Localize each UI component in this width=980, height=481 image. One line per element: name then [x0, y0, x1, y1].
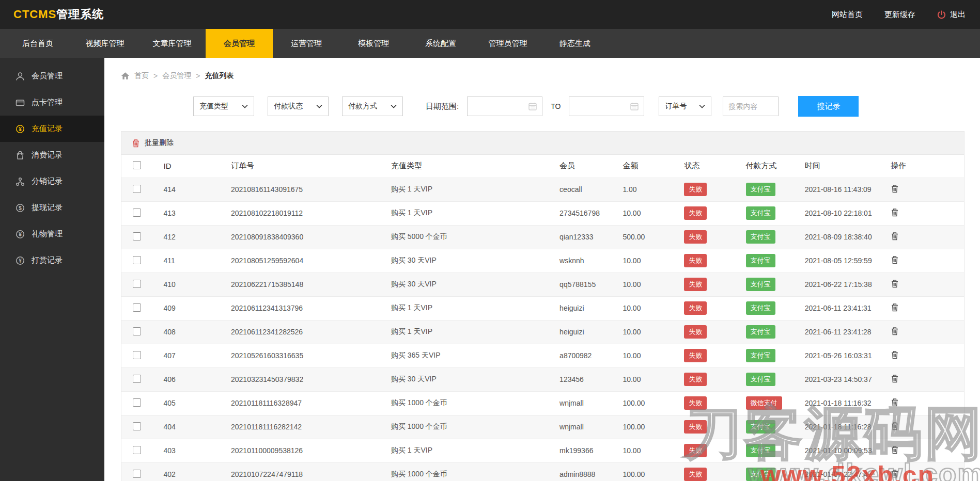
cell-status: 失败	[684, 439, 745, 462]
row-checkbox[interactable]	[133, 351, 141, 359]
cell-time: 2021-08-10 22:18:01	[805, 201, 891, 225]
topbar-link-logout[interactable]: 退出	[937, 10, 966, 20]
search-input[interactable]	[723, 97, 779, 116]
status-badge: 失败	[684, 325, 707, 339]
nav-tab-5[interactable]: 模板管理	[340, 29, 407, 58]
cell-pay-method: 支付宝	[746, 225, 805, 249]
col-header-4: 会员	[559, 155, 623, 178]
delete-row-button[interactable]	[891, 327, 899, 337]
row-checkbox[interactable]	[133, 232, 141, 241]
nav-tab-8[interactable]: 静态生成	[541, 29, 609, 58]
date-end-input[interactable]	[569, 97, 644, 116]
search-field-select[interactable]: 订单号	[659, 97, 711, 116]
cell-amount: 100.00	[623, 462, 684, 481]
delete-row-button[interactable]	[891, 422, 899, 432]
cell-time: 2021-08-09 18:38:40	[805, 225, 891, 249]
row-checkbox[interactable]	[133, 209, 141, 217]
cell-order: 202108091838409360	[231, 225, 391, 249]
col-header-9: 操作	[891, 155, 964, 178]
row-checkbox[interactable]	[133, 398, 141, 407]
nav-tab-1[interactable]: 视频库管理	[71, 29, 138, 58]
col-header-7: 付款方式	[746, 155, 805, 178]
delete-row-button[interactable]	[891, 350, 899, 361]
search-button[interactable]: 搜记录	[798, 96, 859, 117]
bulk-delete-button[interactable]: 批量删除	[121, 132, 964, 155]
cell-member: 123456	[559, 367, 623, 391]
delete-row-button[interactable]	[891, 255, 899, 266]
pay-method-badge: 微信支付	[746, 396, 782, 410]
filter-select-0[interactable]: 充值类型	[193, 97, 254, 116]
topbar-link-refresh-cache[interactable]: 更新缓存	[884, 10, 915, 20]
row-checkbox[interactable]	[133, 422, 141, 430]
cell-id: 413	[164, 201, 231, 225]
cell-time: 2021-05-26 16:03:31	[805, 344, 891, 367]
sidebar-item-0[interactable]: 会员管理	[0, 63, 104, 89]
cell-type: 购买 1 天VIP	[391, 320, 559, 344]
sidebar-item-5[interactable]: $提现记录	[0, 195, 104, 221]
delete-row-button[interactable]	[891, 208, 899, 218]
svg-text:¥: ¥	[19, 231, 22, 237]
delete-row-button[interactable]	[891, 279, 899, 290]
select-all-checkbox[interactable]	[133, 161, 141, 169]
cell-order: 202108161143091675	[231, 178, 391, 201]
sidebar-item-2[interactable]: ¥充值记录	[0, 116, 104, 142]
cell-type: 购买 1000 个金币	[391, 415, 559, 439]
status-badge: 失败	[684, 349, 707, 362]
cell-id: 408	[164, 320, 231, 344]
delete-row-button[interactable]	[891, 232, 899, 242]
cell-order: 202101072247479118	[231, 462, 391, 481]
cell-checkbox	[121, 178, 164, 201]
delete-row-button[interactable]	[891, 184, 899, 195]
cell-member: heiguizi	[559, 320, 623, 344]
chevron-down-icon	[242, 104, 248, 108]
cell-pay-method: 支付宝	[746, 415, 805, 439]
sidebar-item-7[interactable]: ¥打赏记录	[0, 247, 104, 274]
cell-order: 202101181116282142	[231, 415, 391, 439]
nav-tab-4[interactable]: 运营管理	[273, 29, 340, 58]
bulk-delete-label: 批量删除	[145, 138, 174, 148]
col-header-0	[121, 155, 164, 178]
pay-method-badge: 支付宝	[746, 301, 775, 315]
breadcrumb-item-0[interactable]: 首页	[134, 71, 149, 81]
topbar-link-site-home[interactable]: 网站首页	[832, 10, 863, 20]
cell-id: 402	[164, 462, 231, 481]
row-checkbox[interactable]	[133, 280, 141, 288]
sidebar-item-6[interactable]: ¥礼物管理	[0, 221, 104, 247]
row-checkbox[interactable]	[133, 256, 141, 264]
cell-pay-method: 支付宝	[746, 178, 805, 201]
delete-row-button[interactable]	[891, 445, 899, 456]
sidebar-item-label: 礼物管理	[32, 229, 63, 239]
row-checkbox[interactable]	[133, 185, 141, 193]
cell-order: 202105261603316635	[231, 344, 391, 367]
nav-tab-2[interactable]: 文章库管理	[138, 29, 206, 58]
sidebar-item-1[interactable]: 点卡管理	[0, 89, 104, 116]
nav-tab-6[interactable]: 系统配置	[407, 29, 474, 58]
sidebar-item-3[interactable]: 消费记录	[0, 142, 104, 168]
cell-amount: 1.00	[623, 178, 684, 201]
cell-status: 失败	[684, 178, 745, 201]
col-header-3: 充值类型	[391, 155, 559, 178]
breadcrumb-item-1[interactable]: 会员管理	[162, 71, 191, 81]
nav-tab-7[interactable]: 管理员管理	[474, 29, 541, 58]
power-icon	[937, 10, 946, 19]
delete-row-button[interactable]	[891, 398, 899, 408]
delete-row-button[interactable]	[891, 469, 899, 479]
filter-select-1[interactable]: 付款状态	[268, 97, 329, 116]
filter-select-2[interactable]: 付款方式	[342, 97, 403, 116]
cell-status: 失败	[684, 462, 745, 481]
row-checkbox[interactable]	[133, 470, 141, 478]
row-checkbox[interactable]	[133, 446, 141, 454]
cell-type: 购买 1 天VIP	[391, 178, 559, 201]
date-start-input[interactable]	[467, 97, 542, 116]
delete-row-button[interactable]	[891, 303, 899, 313]
nav-tab-0[interactable]: 后台首页	[4, 29, 71, 58]
cell-pay-method: 支付宝	[746, 320, 805, 344]
row-checkbox[interactable]	[133, 375, 141, 383]
sidebar-item-4[interactable]: 分销记录	[0, 168, 104, 195]
cell-actions	[891, 462, 964, 481]
row-checkbox[interactable]	[133, 327, 141, 335]
status-badge: 失败	[684, 468, 707, 481]
delete-row-button[interactable]	[891, 374, 899, 384]
row-checkbox[interactable]	[133, 303, 141, 312]
nav-tab-3[interactable]: 会员管理	[206, 29, 273, 58]
